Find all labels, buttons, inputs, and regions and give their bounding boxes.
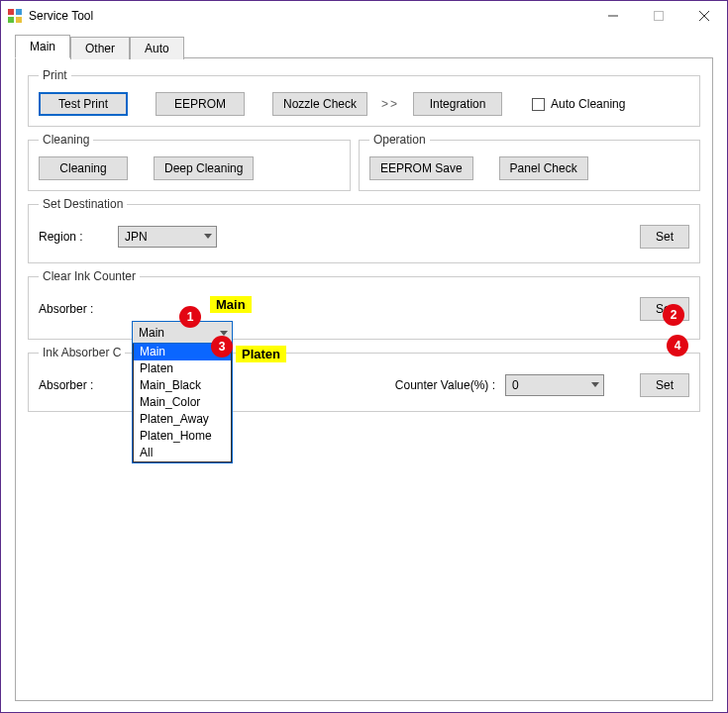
deep-cleaning-button[interactable]: Deep Cleaning: [154, 156, 254, 180]
counter-value-combo[interactable]: 0: [505, 374, 604, 396]
auto-cleaning-checkbox[interactable]: Auto Cleaning: [532, 97, 625, 111]
eeprom-button[interactable]: EEPROM: [156, 92, 245, 116]
svg-rect-2: [8, 17, 14, 23]
app-icon: [7, 8, 23, 24]
region-value: JPN: [125, 230, 148, 244]
annotation-dot-4: 4: [667, 335, 688, 356]
test-print-button[interactable]: Test Print: [39, 92, 128, 116]
group-cleaning: Cleaning Cleaning Deep Cleaning: [28, 133, 351, 191]
absorber-option[interactable]: Platen_Home: [134, 428, 231, 445]
group-ink-absorber-legend: Ink Absorber C: [39, 346, 125, 359]
title-bar: Service Tool: [1, 1, 727, 31]
svg-marker-8: [204, 234, 212, 239]
maximize-button: [636, 1, 681, 31]
annotation-dot-1: 1: [179, 306, 201, 328]
absorber-option[interactable]: All: [134, 445, 231, 461]
svg-rect-0: [8, 9, 14, 15]
annotation-dot-3: 3: [211, 336, 233, 357]
group-destination-legend: Set Destination: [39, 197, 127, 211]
absorber-option[interactable]: Main_Black: [134, 377, 231, 394]
absorber-option-list: MainPlatenMain_BlackMain_ColorPlaten_Awa…: [133, 344, 232, 462]
group-clear-ink-counter: Clear Ink Counter Absorber : Set: [28, 269, 700, 340]
region-label: Region :: [39, 230, 108, 244]
panel-check-button[interactable]: Panel Check: [499, 156, 588, 180]
svg-rect-5: [655, 12, 664, 21]
ink-absorber-label: Absorber :: [39, 378, 108, 392]
auto-cleaning-label: Auto Cleaning: [551, 97, 625, 111]
cleaning-button[interactable]: Cleaning: [39, 156, 128, 180]
clear-ink-absorber-label: Absorber :: [39, 302, 108, 316]
absorber-option[interactable]: Main_Color: [134, 394, 231, 411]
destination-set-button[interactable]: Set: [640, 225, 689, 249]
group-set-destination: Set Destination Region : JPN Set: [28, 197, 700, 263]
tab-auto[interactable]: Auto: [130, 37, 184, 59]
absorber-option[interactable]: Platen: [134, 360, 231, 377]
chevron-down-icon: [204, 234, 212, 240]
absorber-option[interactable]: Platen_Away: [134, 411, 231, 428]
tab-panel-main: Print Test Print EEPROM Nozzle Check >> …: [15, 57, 713, 701]
integration-button[interactable]: Integration: [413, 92, 502, 116]
counter-value: 0: [512, 378, 519, 392]
checkbox-box: [532, 98, 545, 111]
svg-rect-3: [16, 17, 22, 23]
svg-marker-10: [220, 331, 228, 336]
counter-value-label: Counter Value(%) :: [395, 378, 495, 392]
tab-main[interactable]: Main: [15, 35, 70, 58]
group-print-legend: Print: [39, 68, 71, 82]
group-cleaning-legend: Cleaning: [39, 133, 93, 147]
window-title: Service Tool: [29, 9, 93, 23]
chevron-down-icon: [591, 382, 599, 388]
absorber-value: Main: [139, 326, 164, 340]
region-combo[interactable]: JPN: [118, 226, 217, 248]
annotation-dot-2: 2: [663, 304, 684, 326]
group-operation-legend: Operation: [369, 133, 430, 147]
group-print: Print Test Print EEPROM Nozzle Check >> …: [28, 68, 700, 127]
close-button[interactable]: [681, 1, 727, 31]
ink-absorber-set-button[interactable]: Set: [640, 373, 689, 397]
annotation-highlight-main: Main: [210, 296, 252, 313]
group-operation: Operation EEPROM Save Panel Check: [359, 133, 700, 191]
tab-other[interactable]: Other: [70, 37, 130, 59]
group-clear-ink-legend: Clear Ink Counter: [39, 269, 140, 283]
nozzle-check-button[interactable]: Nozzle Check: [272, 92, 367, 116]
minimize-button[interactable]: [590, 1, 636, 31]
svg-rect-1: [16, 9, 22, 15]
tab-strip: Main Other Auto: [15, 35, 713, 58]
more-arrows: >>: [373, 97, 407, 111]
group-ink-absorber-counter: Ink Absorber C Absorber : Counter Value(…: [28, 346, 700, 412]
annotation-highlight-platen: Platen: [236, 346, 286, 362]
svg-marker-9: [591, 382, 599, 387]
eeprom-save-button[interactable]: EEPROM Save: [369, 156, 473, 180]
